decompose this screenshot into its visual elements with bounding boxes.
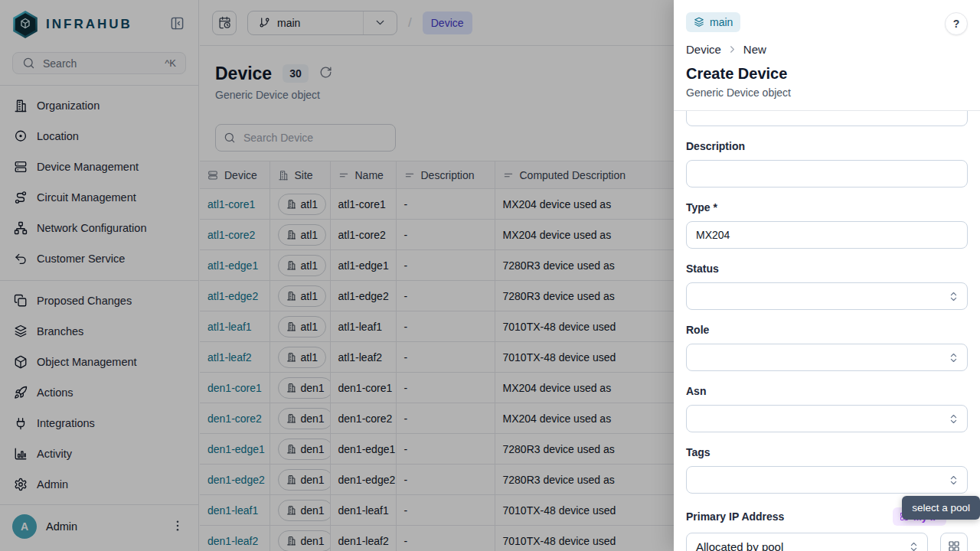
field-label: Asn: [686, 385, 968, 398]
asn-select[interactable]: [686, 405, 968, 432]
chevrons-up-down-icon: [948, 352, 959, 364]
panel-subtitle: Generic Device object: [686, 86, 968, 99]
field-label: Description: [686, 140, 968, 153]
field-asn: Asn: [686, 385, 968, 432]
field-status: Status: [686, 262, 968, 310]
grid-icon: [948, 540, 960, 551]
chevrons-up-down-icon: [948, 413, 959, 425]
panel-header: main ? Device New Create Device Generic …: [674, 0, 980, 111]
field-tags: Tags: [686, 446, 968, 494]
create-device-form: Description Type * MX204 Status Role Asn: [674, 111, 980, 551]
field-label: Type *: [686, 201, 968, 214]
select-pool-tooltip: select a pool: [902, 496, 980, 520]
chevrons-up-down-icon: [908, 541, 920, 551]
type-input[interactable]: MX204: [686, 221, 968, 249]
chevrons-up-down-icon: [948, 474, 959, 486]
description-input[interactable]: [686, 160, 968, 187]
role-select[interactable]: [686, 344, 968, 371]
primary-ip-select[interactable]: Allocated by pool: [686, 533, 928, 551]
field-label: Tags: [686, 446, 968, 459]
layers-icon: [694, 17, 704, 28]
field-label: Primary IP Address: [686, 510, 784, 523]
chevron-right-icon: [727, 44, 738, 55]
select-pool-button[interactable]: [940, 533, 968, 551]
field-role: Role: [686, 324, 968, 371]
panel-title: Create Device: [686, 64, 968, 83]
panel-breadcrumb: Device New: [686, 43, 968, 56]
status-select[interactable]: [686, 282, 968, 310]
scrolled-field-partial[interactable]: [686, 111, 968, 126]
tags-select[interactable]: [686, 466, 968, 494]
field-description: Description: [686, 140, 968, 187]
help-button[interactable]: ?: [945, 12, 968, 35]
create-device-panel: main ? Device New Create Device Generic …: [674, 0, 980, 551]
breadcrumb-parent[interactable]: Device: [686, 43, 721, 56]
field-type: Type * MX204: [686, 201, 968, 249]
panel-branch-badge: main: [686, 12, 740, 32]
breadcrumb-current: New: [743, 43, 766, 56]
chevrons-up-down-icon: [948, 291, 959, 302]
field-label: Status: [686, 262, 968, 276]
field-label: Role: [686, 324, 968, 337]
panel-branch-name: main: [710, 16, 733, 28]
